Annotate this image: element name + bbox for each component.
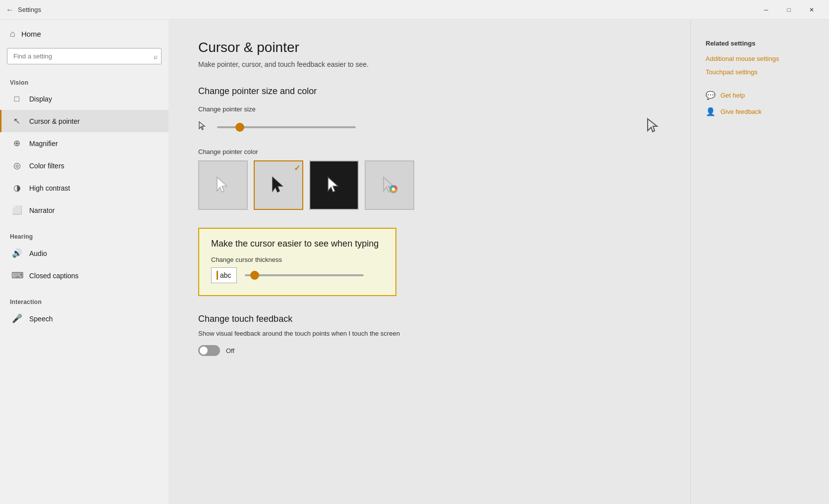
sidebar-item-magnifier[interactable]: ⊕ Magnifier <box>0 132 168 154</box>
sidebar-section-vision: Vision <box>0 72 168 88</box>
sidebar-item-audio[interactable]: 🔊 Audio <box>0 242 168 264</box>
search-input[interactable] <box>7 48 162 64</box>
display-icon: □ <box>11 94 22 104</box>
high-contrast-icon: ◑ <box>11 183 22 193</box>
selected-checkmark: ✓ <box>294 163 300 173</box>
sidebar-section-hearing: Hearing <box>0 226 168 242</box>
audio-icon: 🔊 <box>11 248 22 258</box>
app-container: ⌂ Home ⌕ Vision □ Display ↖ Cursor & poi… <box>0 20 829 504</box>
sidebar: ⌂ Home ⌕ Vision □ Display ↖ Cursor & poi… <box>0 20 168 504</box>
sidebar-item-label: Audio <box>29 250 47 257</box>
sidebar-item-label: Closed captions <box>29 272 79 280</box>
titlebar: ← Settings ─ □ ✕ <box>0 0 829 20</box>
svg-point-2 <box>392 188 395 191</box>
color-filters-icon: ◎ <box>11 160 22 171</box>
back-button[interactable]: ← <box>6 5 14 14</box>
home-icon: ⌂ <box>10 29 15 39</box>
related-settings-title: Related settings <box>706 40 814 47</box>
maximize-button[interactable]: □ <box>777 0 800 20</box>
get-help-item[interactable]: 💬 Get help <box>706 91 814 100</box>
cursor-small-icon <box>198 121 207 133</box>
search-box-container: ⌕ <box>7 48 162 64</box>
main-content: Cursor & pointer Make pointer, cursor, a… <box>168 20 690 504</box>
sidebar-item-label: Color filters <box>29 162 64 170</box>
sidebar-item-speech[interactable]: 🎤 Speech <box>0 307 168 330</box>
touch-feedback-desc: Show visual feedback around the touch po… <box>198 329 661 338</box>
get-help-link[interactable]: Get help <box>720 92 745 99</box>
cursor-typing-section: Make the cursor easier to see when typin… <box>198 228 396 296</box>
window-controls: ─ □ ✕ <box>755 0 823 20</box>
get-help-icon: 💬 <box>706 91 716 100</box>
cursor-bar <box>217 271 218 280</box>
app-title: Settings <box>18 6 755 13</box>
sidebar-item-label: High contrast <box>29 184 70 192</box>
toggle-label: Off <box>226 347 234 354</box>
sidebar-item-display[interactable]: □ Display <box>0 88 168 110</box>
sidebar-item-label: Speech <box>29 315 53 323</box>
pointer-color-custom[interactable] <box>365 160 414 210</box>
sidebar-item-narrator[interactable]: ⬜ Narrator <box>0 199 168 221</box>
pointer-color-inverted[interactable] <box>309 160 359 210</box>
give-feedback-icon: 👤 <box>706 107 716 116</box>
abc-text: abc <box>220 271 231 279</box>
page-title: Cursor & pointer <box>198 40 661 55</box>
give-feedback-link[interactable]: Give feedback <box>720 108 762 115</box>
sidebar-section-interaction: Interaction <box>0 292 168 307</box>
touch-toggle[interactable] <box>198 345 220 356</box>
sidebar-item-label: Narrator <box>29 206 55 214</box>
magnifier-icon: ⊕ <box>11 138 22 149</box>
cursor-thickness-slider[interactable] <box>245 274 364 276</box>
pointer-size-slider[interactable] <box>217 126 356 128</box>
pointer-size-row <box>198 118 661 136</box>
sidebar-item-label: Cursor & pointer <box>29 117 80 125</box>
page-subtitle: Make pointer, cursor, and touch feedback… <box>198 60 661 68</box>
cursor-preview-box: abc <box>211 267 237 283</box>
right-panel: Related settings Additional mouse settin… <box>690 20 829 504</box>
mouse-settings-link[interactable]: Additional mouse settings <box>706 55 814 62</box>
narrator-icon: ⬜ <box>11 205 22 215</box>
cursor-pointer-icon: ↖ <box>11 116 22 126</box>
pointer-color-white[interactable] <box>198 160 248 210</box>
sidebar-item-label: Display <box>29 95 52 103</box>
sidebar-home[interactable]: ⌂ Home <box>0 20 168 48</box>
pointer-section-title: Change pointer size and color <box>198 86 661 97</box>
touchpad-settings-link[interactable]: Touchpad settings <box>706 68 814 76</box>
pointer-size-slider-container <box>217 126 637 128</box>
sidebar-item-color-filters[interactable]: ◎ Color filters <box>0 154 168 177</box>
pointer-size-label: Change pointer size <box>198 105 661 113</box>
touch-feedback-title: Change touch feedback <box>198 314 661 324</box>
home-label: Home <box>21 30 41 38</box>
search-icon[interactable]: ⌕ <box>154 52 158 60</box>
cursor-thickness-label: Change cursor thickness <box>211 256 384 263</box>
pointer-color-options: ✓ <box>198 160 661 210</box>
minimize-button[interactable]: ─ <box>755 0 777 20</box>
touch-toggle-row: Off <box>198 345 661 356</box>
sidebar-item-high-contrast[interactable]: ◑ High contrast <box>0 177 168 199</box>
pointer-color-label: Change pointer color <box>198 148 661 155</box>
close-button[interactable]: ✕ <box>800 0 823 20</box>
sidebar-item-cursor-pointer[interactable]: ↖ Cursor & pointer <box>0 110 168 132</box>
pointer-color-black[interactable]: ✓ <box>254 160 303 210</box>
give-feedback-item[interactable]: 👤 Give feedback <box>706 107 814 116</box>
closed-captions-icon: ⌨ <box>11 270 22 281</box>
sidebar-item-closed-captions[interactable]: ⌨ Closed captions <box>0 264 168 287</box>
cursor-large-icon <box>647 118 661 136</box>
cursor-typing-title: Make the cursor easier to see when typin… <box>211 239 384 249</box>
sidebar-item-label: Magnifier <box>29 140 58 148</box>
cursor-thickness-row: abc <box>211 267 384 283</box>
help-section: 💬 Get help 👤 Give feedback <box>706 91 814 116</box>
speech-icon: 🎤 <box>11 313 22 324</box>
toggle-knob <box>200 347 208 354</box>
